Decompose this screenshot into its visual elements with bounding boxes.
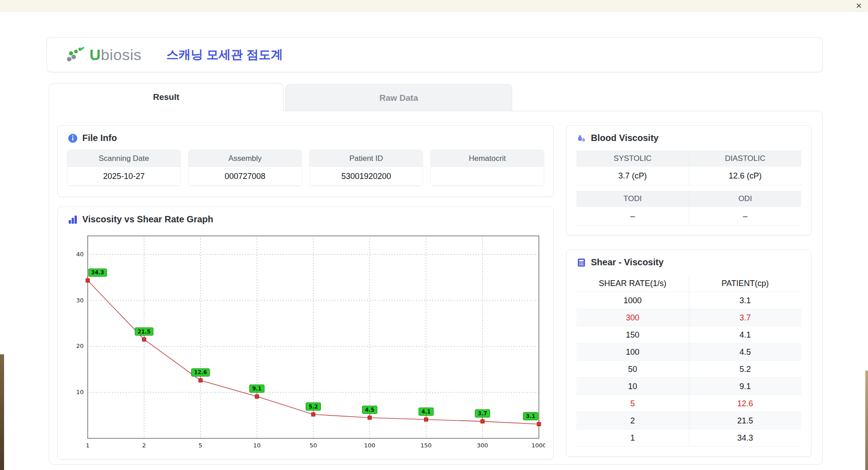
patient-cell: 3.1 [689, 292, 802, 309]
table-row: 10 9.1 [576, 378, 801, 395]
patient-cell: 34.3 [689, 429, 802, 446]
table-row: 2 21.5 [576, 412, 801, 429]
column-header: SYSTOLIC [576, 150, 689, 167]
svg-text:1000: 1000 [531, 442, 545, 449]
table-row: 100 4.5 [576, 343, 801, 361]
file-info-title-text: File Info [82, 133, 117, 143]
svg-text:1: 1 [86, 442, 90, 449]
svg-text:10: 10 [76, 389, 84, 395]
svg-text:40: 40 [76, 251, 84, 258]
svg-text:100: 100 [364, 442, 375, 449]
shear-viscosity-table: SHEAR RATE(1/s) PATIENT(cp) 1000 3.1 300… [576, 275, 801, 446]
blood-viscosity-table: SYSTOLIC DIASTOLIC 3.7 (cP) 12.6 (cP) TO… [576, 150, 801, 226]
graph-title-text: Viscosity vs Shear Rate Graph [82, 214, 213, 225]
svg-text:21.5: 21.5 [138, 329, 151, 335]
patient-cell: 3.7 [689, 309, 802, 326]
svg-text:2: 2 [142, 442, 146, 449]
window-titlebar: × [0, 0, 868, 12]
file-info-title: File Info [58, 126, 553, 148]
viscosity-shear-chart: 102030401251050100150300100034.321.512.6… [66, 230, 545, 457]
field-label: Hematocrit [431, 150, 544, 167]
column-header: SHEAR RATE(1/s) [576, 275, 689, 292]
page-title: 스캐닝 모세관 점도계 [166, 47, 283, 63]
field-assembly: Assembly 000727008 [188, 150, 302, 186]
svg-text:30: 30 [76, 297, 84, 304]
patient-cell: 9.1 [689, 378, 802, 395]
close-icon[interactable]: × [856, 0, 862, 12]
shear-cell: 50 [576, 361, 689, 378]
svg-text:10: 10 [253, 442, 261, 449]
table-row: 50 5.2 [576, 361, 801, 378]
ubiosis-logo-icon [65, 46, 86, 64]
table-row: 1 34.3 [576, 429, 801, 446]
shear-viscosity-title-text: Shear - Viscosity [591, 257, 664, 268]
app-header: Ubiosis 스캐닝 모세관 점도계 [47, 37, 823, 72]
svg-text:3.1: 3.1 [526, 413, 535, 419]
field-patient-id: Patient ID 53001920200 [309, 150, 423, 186]
patient-cell: 21.5 [689, 412, 802, 429]
systolic-value: 3.7 (cP) [576, 167, 689, 185]
result-panel: File Info Scanning Date 2025-10-27 Assem… [49, 111, 823, 465]
bar-chart-icon [68, 215, 78, 225]
shear-cell: 1000 [576, 292, 689, 309]
svg-text:150: 150 [420, 442, 432, 449]
field-value: 2025-10-27 [67, 167, 180, 186]
table-header-row: SHEAR RATE(1/s) PATIENT(cp) [576, 275, 801, 292]
field-value: 53001920200 [310, 167, 423, 186]
desktop-background-left [0, 354, 4, 470]
field-scanning-date: Scanning Date 2025-10-27 [67, 150, 181, 186]
field-value: 000727008 [189, 167, 302, 186]
column-header: DIASTOLIC [689, 150, 802, 167]
svg-text:5.2: 5.2 [309, 404, 318, 410]
table-header-row: TODI ODI [576, 191, 801, 207]
svg-text:300: 300 [477, 442, 488, 449]
shear-cell: 5 [576, 395, 689, 412]
shear-cell: 150 [576, 326, 689, 343]
tab-raw-data[interactable]: Raw Data [285, 84, 512, 111]
table-row: 150 4.1 [576, 326, 801, 343]
todi-value: – [576, 207, 689, 226]
desktop-background-right [865, 371, 868, 470]
patient-cell: 4.5 [689, 343, 802, 361]
shear-viscosity-card: Shear - Viscosity SHEAR RATE(1/s) PATIEN… [566, 249, 811, 457]
droplet-icon [576, 133, 586, 143]
table-row: 300 3.7 [576, 309, 801, 326]
patient-cell: 4.1 [689, 326, 802, 343]
tab-result[interactable]: Result [49, 83, 283, 111]
shear-cell: 1 [576, 429, 689, 446]
svg-text:50: 50 [310, 442, 317, 449]
blood-viscosity-title-text: Blood Viscosity [591, 133, 659, 143]
field-label: Patient ID [310, 150, 423, 167]
logo-text: Ubiosis [90, 46, 142, 64]
shear-viscosity-title: Shear - Viscosity [566, 250, 811, 272]
column-header: PATIENT(cp) [689, 275, 802, 292]
patient-cell: 5.2 [689, 361, 802, 378]
field-label: Scanning Date [67, 150, 180, 167]
odi-value: – [689, 207, 802, 226]
table-header-row: SYSTOLIC DIASTOLIC [576, 150, 801, 167]
shear-cell: 300 [576, 309, 689, 326]
ubiosis-logo: Ubiosis [65, 46, 142, 64]
blood-viscosity-title: Blood Viscosity [566, 126, 811, 148]
table-row: 1000 3.1 [576, 292, 801, 309]
field-value [431, 167, 544, 186]
calculator-icon [576, 258, 586, 268]
file-info-card: File Info Scanning Date 2025-10-27 Assem… [57, 125, 554, 197]
column-header: ODI [689, 191, 802, 207]
patient-cell: 12.6 [689, 395, 802, 412]
shear-cell: 10 [576, 378, 689, 395]
svg-text:4.5: 4.5 [365, 407, 374, 413]
divider [576, 185, 801, 191]
blood-viscosity-card: Blood Viscosity SYSTOLIC DIASTOLIC 3.7 (… [566, 125, 811, 235]
svg-text:3.7: 3.7 [478, 410, 487, 417]
shear-cell: 100 [576, 343, 689, 361]
field-label: Assembly [189, 150, 302, 167]
file-info-fields: Scanning Date 2025-10-27 Assembly 000727… [67, 150, 544, 186]
svg-text:5: 5 [198, 442, 202, 449]
table-row: – – [576, 207, 801, 226]
svg-text:34.3: 34.3 [91, 269, 104, 276]
svg-text:20: 20 [76, 343, 84, 349]
graph-title: Viscosity vs Shear Rate Graph [58, 207, 553, 229]
shear-cell: 2 [576, 412, 689, 429]
table-row: 5 12.6 [576, 395, 801, 412]
